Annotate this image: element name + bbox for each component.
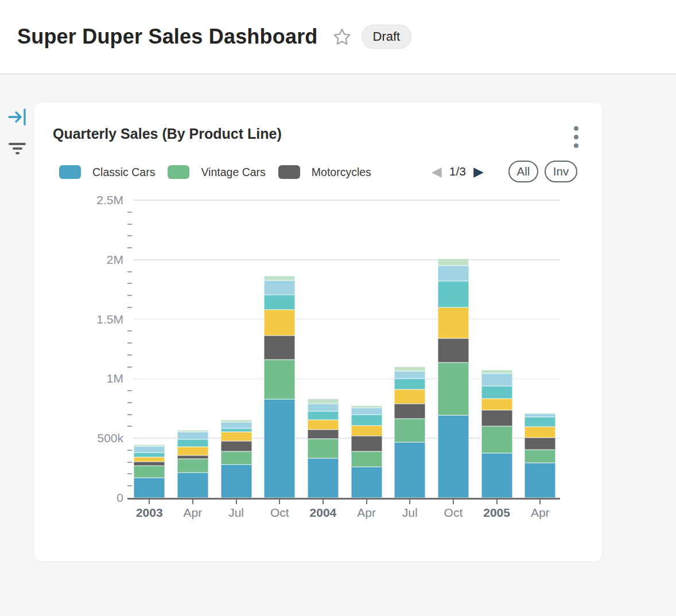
legend-item[interactable]: Vintage Cars (168, 165, 265, 179)
bar-segment[interactable] (264, 310, 295, 336)
bar-segment[interactable] (525, 438, 555, 450)
bar-segment[interactable] (177, 432, 208, 439)
bar-segment[interactable] (394, 442, 425, 498)
bar-segment[interactable] (438, 307, 469, 338)
bar-segment[interactable] (481, 370, 512, 373)
bar-segment[interactable] (438, 338, 469, 362)
bar-segment[interactable] (308, 411, 339, 420)
bar-segment[interactable] (177, 473, 208, 498)
bar-segment[interactable] (177, 459, 208, 473)
bar-segment[interactable] (134, 462, 165, 466)
more-options-icon[interactable] (570, 124, 582, 150)
favorite-star-icon[interactable] (332, 26, 352, 47)
collapse-sidebar-icon[interactable] (7, 108, 28, 127)
legend-item[interactable]: Motorcycles (278, 165, 371, 179)
bar-segment[interactable] (221, 420, 252, 422)
pager-text: 1/3 (449, 165, 466, 178)
bar-segment[interactable] (394, 419, 425, 442)
bar-segment[interactable] (525, 417, 555, 427)
bar-segment[interactable] (438, 415, 469, 498)
bar-segment[interactable] (264, 336, 295, 360)
pager-next-icon[interactable]: ▶ (473, 165, 484, 178)
bar-segment[interactable] (134, 457, 165, 462)
bar-segment[interactable] (525, 414, 555, 417)
bar-segment[interactable] (221, 441, 252, 451)
bar-segment[interactable] (525, 463, 555, 498)
bar-segment[interactable] (308, 404, 339, 411)
bar-segment[interactable] (221, 465, 252, 498)
bar-segment[interactable] (134, 466, 165, 478)
legend-swatch-icon (278, 165, 300, 179)
filter-icon[interactable] (7, 139, 27, 158)
legend-swatch-icon (59, 165, 81, 179)
bar-segment[interactable] (394, 367, 425, 371)
bar-segment[interactable] (438, 281, 469, 308)
bar-segment[interactable] (264, 360, 295, 399)
bar-segment[interactable] (221, 422, 252, 428)
bar-segment[interactable] (308, 439, 339, 458)
legend: Classic CarsVintage CarsMotorcycles (59, 165, 384, 180)
legend-label: Motorcycles (312, 166, 371, 179)
bar-segment[interactable] (481, 453, 512, 498)
bar-segment[interactable] (525, 450, 555, 463)
bar-segment[interactable] (438, 259, 469, 266)
legend-pager: ◀ 1/3 ▶ (432, 162, 484, 181)
bar-segment[interactable] (264, 399, 295, 498)
bar-segment[interactable] (351, 467, 382, 498)
legend-label: Vintage Cars (201, 166, 265, 179)
bar-segment[interactable] (351, 406, 382, 408)
bar-segment[interactable] (134, 446, 165, 453)
bar-segment[interactable] (481, 373, 512, 386)
chart-title: Quarterly Sales (By Product Line) (53, 126, 282, 142)
bar-segment[interactable] (308, 420, 339, 430)
bar-segment[interactable] (525, 427, 555, 438)
bar-segment[interactable] (438, 266, 469, 281)
bar-segment[interactable] (264, 280, 295, 295)
bar-segment[interactable] (134, 445, 165, 446)
legend-swatch-icon (168, 165, 189, 179)
bar-segment[interactable] (134, 478, 165, 498)
bar-segment[interactable] (394, 404, 425, 419)
bar-segment[interactable] (221, 428, 252, 432)
bar-segment[interactable] (264, 276, 295, 280)
page-header: Super Duper Sales Dashboard Draft (0, 0, 676, 75)
bar-segment[interactable] (351, 408, 382, 415)
bar-segment[interactable] (351, 451, 382, 467)
bar-segment[interactable] (264, 295, 295, 310)
bar-segment[interactable] (481, 426, 512, 453)
bar-segment[interactable] (177, 447, 208, 455)
bar-segment[interactable] (394, 371, 425, 379)
bar-segment[interactable] (481, 399, 512, 410)
bar-segment[interactable] (481, 386, 512, 399)
legend-invert-button[interactable]: Inv (545, 161, 577, 182)
bar-segment[interactable] (525, 413, 555, 414)
legend-item[interactable]: Classic Cars (59, 165, 155, 179)
bar-segment[interactable] (438, 362, 469, 415)
status-badge: Draft (362, 25, 412, 49)
bar-segment[interactable] (177, 439, 208, 446)
bar-segment[interactable] (221, 451, 252, 465)
page-title: Super Duper Sales Dashboard (17, 25, 318, 49)
bar-segment[interactable] (177, 455, 208, 459)
legend-all-button[interactable]: All (508, 161, 538, 182)
bar-segment[interactable] (308, 399, 339, 403)
bar-segment[interactable] (221, 432, 252, 441)
bar-segment[interactable] (351, 426, 382, 436)
bar-segment[interactable] (351, 415, 382, 426)
bar-segment[interactable] (308, 458, 339, 498)
bar-segment[interactable] (481, 410, 512, 426)
pager-prev-icon[interactable]: ◀ (432, 165, 442, 178)
bar-segment[interactable] (177, 430, 208, 432)
bar-segment[interactable] (134, 453, 165, 457)
bar-segment[interactable] (308, 430, 339, 439)
legend-label: Classic Cars (92, 166, 155, 179)
bar-segment[interactable] (394, 389, 425, 404)
bar-segment[interactable] (394, 379, 425, 389)
bar-segment[interactable] (351, 436, 382, 451)
